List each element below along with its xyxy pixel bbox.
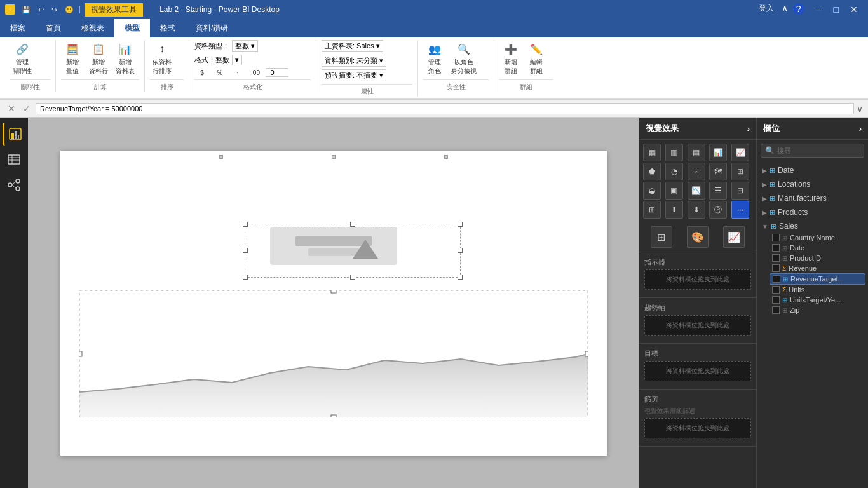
formula-bar: ✕ ✓ ∨ <box>0 100 868 118</box>
tab-data[interactable]: 資料/鑽研 <box>186 19 238 37</box>
minimize-btn[interactable]: ─ <box>811 3 827 16</box>
check-role-btn[interactable]: 🔍 以角色身分檢視 <box>449 40 479 77</box>
formula-confirm-btn[interactable]: ✓ <box>20 102 33 115</box>
group-content-relations: 🔗 管理關聯性 <box>10 40 50 77</box>
revenuetarget-checkbox[interactable] <box>773 275 780 283</box>
close-btn[interactable]: ✕ <box>845 3 863 16</box>
sales-expand-icon: ▼ <box>762 223 768 230</box>
trend-drop-zone[interactable]: 將資料欄位拖曳到此處 <box>644 315 751 336</box>
fields-search-input[interactable] <box>777 147 865 154</box>
fields-panel-expand[interactable]: › <box>859 124 862 133</box>
viz-icon-slicer[interactable]: ☰ <box>709 182 727 200</box>
tab-file[interactable]: 檔案 <box>0 19 36 37</box>
tab-format[interactable]: 格式 <box>150 19 186 37</box>
fields-search-box[interactable]: 🔍 <box>761 144 864 158</box>
help-icon[interactable]: ? <box>793 3 804 15</box>
formula-cancel-btn[interactable]: ✕ <box>5 102 18 115</box>
title-bar-left: ⚡ 💾 ↩ ↪ 🙂 | 視覺效果工具 Lab 2 - Starting - Po… <box>5 3 280 17</box>
viz-format-btn[interactable]: 🎨 <box>687 226 709 248</box>
field-item-revenue[interactable]: Σ Revenue <box>770 263 865 273</box>
field-item-date[interactable]: ⊞ Date <box>770 243 865 253</box>
field-item-unitstarget[interactable]: ⊞ UnitsTarget/Ye... <box>770 295 865 305</box>
new-table-btn[interactable]: 📊 新增資料表 <box>113 40 137 77</box>
field-item-productid[interactable]: ⊞ ProductID <box>770 253 865 263</box>
viz-icon-table[interactable]: ⊟ <box>731 182 749 200</box>
viz-icon-clustered-bar[interactable]: ▤ <box>688 144 705 161</box>
field-item-country-name[interactable]: ⊞ Country Name <box>770 233 865 243</box>
viz-icon-area[interactable]: ⬟ <box>643 163 661 180</box>
viz-icon-line[interactable]: 📈 <box>731 144 749 161</box>
new-column-btn[interactable]: 📋 新增資料行 <box>86 40 111 77</box>
summary-dropdown[interactable]: 預設摘要: 不摘要 ▾ <box>322 69 386 81</box>
viz-icon-kpi[interactable]: 📉 <box>688 182 705 200</box>
viz-icon-card[interactable]: ▣ <box>665 182 683 200</box>
nav-report-icon[interactable] <box>3 123 25 146</box>
category-dropdown[interactable]: 資料類別: 未分類 ▾ <box>322 55 386 67</box>
field-group-date-header[interactable]: ▶ ⊞ Date <box>759 164 865 177</box>
viz-icon-waterfall[interactable]: ⬆ <box>665 201 683 219</box>
decimals-btn[interactable]: .00 <box>248 69 263 77</box>
target-drop-zone[interactable]: 將資料欄位拖曳到此處 <box>644 361 751 381</box>
chevron-up-icon[interactable]: ∧ <box>782 3 788 16</box>
field-group-sales-header[interactable]: ▼ ⊞ Sales <box>759 220 865 233</box>
tab-home[interactable]: 首頁 <box>36 19 71 37</box>
viz-panel-expand[interactable]: › <box>747 124 750 133</box>
country-name-checkbox[interactable] <box>772 234 780 241</box>
decimal-value-input[interactable] <box>266 68 288 77</box>
percent-btn[interactable]: % <box>212 69 227 77</box>
viz-icon-funnel[interactable]: ⬇ <box>688 201 705 219</box>
new-group-btn[interactable]: ➕ 新增群組 <box>499 40 522 77</box>
master-table-dropdown[interactable]: 主資料表: Sales ▾ <box>322 40 383 52</box>
viz-icon-custom1[interactable]: Ⓡ <box>709 201 727 219</box>
date-checkbox[interactable] <box>772 244 780 252</box>
redo-btn[interactable]: ↪ <box>49 4 60 15</box>
viz-icon-bar[interactable]: ▦ <box>643 144 661 161</box>
viz-icon-pie[interactable]: ◔ <box>665 163 683 180</box>
viz-icon-more[interactable]: ··· <box>731 201 749 219</box>
slide[interactable] <box>60 151 607 456</box>
data-type-dropdown[interactable]: 整數 ▾ <box>232 40 258 52</box>
viz-icon-matrix[interactable]: ⊞ <box>643 201 661 219</box>
sort-by-col-btn[interactable]: ↕ 依資料行排序 <box>150 40 174 77</box>
edit-group-btn[interactable]: ✏️ 編輯群組 <box>525 40 548 77</box>
save-btn[interactable]: 💾 <box>19 4 33 15</box>
indicator-drop-zone[interactable]: 將資料欄位拖曳到此處 <box>644 269 751 290</box>
field-item-units[interactable]: Σ Units <box>770 285 865 295</box>
field-item-revenuetarget[interactable]: ⊞ RevenueTarget... <box>770 273 865 285</box>
nav-model-icon[interactable] <box>3 173 25 196</box>
viz-analytics-btn[interactable]: 📈 <box>723 226 745 248</box>
productid-checkbox[interactable] <box>772 254 780 262</box>
revenue-checkbox[interactable] <box>772 264 780 272</box>
field-group-manufacturers-header[interactable]: ▶ ⊞ Manufacturers <box>759 192 865 205</box>
manage-relations-btn[interactable]: 🔗 管理關聯性 <box>10 40 34 77</box>
units-checkbox[interactable] <box>772 286 780 294</box>
sign-in[interactable]: 登入 <box>759 3 774 16</box>
manage-role-btn[interactable]: 👥 管理角色 <box>423 40 446 77</box>
field-item-zip[interactable]: ⊞ Zip <box>770 305 865 315</box>
new-measure-btn[interactable]: 🧮 新增量值 <box>61 40 84 77</box>
filter-drop-zone[interactable]: 將資料欄位拖曳到此處 <box>644 418 751 438</box>
viz-icon-col[interactable]: 📊 <box>709 144 727 161</box>
maximize-btn[interactable]: □ <box>829 3 844 16</box>
viz-icon-treemap[interactable]: ⊞ <box>731 163 749 180</box>
smiley-btn[interactable]: 🙂 <box>62 4 76 15</box>
nav-data-icon[interactable] <box>3 148 25 171</box>
comma-btn[interactable]: · <box>230 69 245 77</box>
format-dropdown[interactable]: ▾ <box>232 55 242 65</box>
formula-expand-btn[interactable]: ∨ <box>857 104 863 114</box>
viz-icon-stacked-bar[interactable]: ▥ <box>665 144 683 161</box>
tab-view[interactable]: 檢視表 <box>71 19 114 37</box>
formula-input[interactable] <box>36 103 854 114</box>
unitstarget-checkbox[interactable] <box>772 296 780 304</box>
tab-model[interactable]: 模型 <box>114 19 150 37</box>
viz-fields-btn[interactable]: ⊞ <box>651 226 672 248</box>
ribbon: 檔案 首頁 檢視表 模型 格式 資料/鑽研 🔗 管理關聯性 關聯性 🧮 新增量值 <box>0 19 868 100</box>
viz-icon-gauge[interactable]: ◒ <box>643 182 661 200</box>
field-group-locations-header[interactable]: ▶ ⊞ Locations <box>759 178 865 191</box>
field-group-products-header[interactable]: ▶ ⊞ Products <box>759 206 865 219</box>
undo-btn[interactable]: ↩ <box>36 4 46 15</box>
viz-icon-scatter[interactable]: ⁙ <box>688 163 705 180</box>
zip-checkbox[interactable] <box>772 306 780 314</box>
viz-icon-map[interactable]: 🗺 <box>709 163 727 180</box>
currency-btn[interactable]: $ <box>194 69 210 77</box>
